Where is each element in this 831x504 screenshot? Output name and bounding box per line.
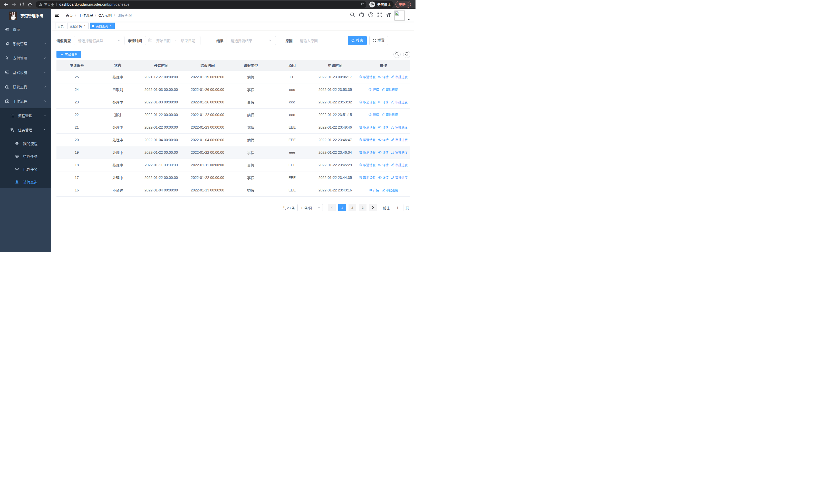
column-header-操作: 操作 bbox=[356, 60, 410, 71]
detail-link[interactable]: 详情 bbox=[369, 188, 379, 192]
navbar-tool-github-icon[interactable] bbox=[357, 9, 366, 22]
tag-首页[interactable]: 首页 bbox=[55, 23, 66, 29]
approval-progress-link[interactable]: 审批进度 bbox=[382, 188, 398, 192]
sidebar-logo[interactable]: 芋道管理系统 bbox=[0, 9, 51, 22]
table-row[interactable]: 18处理中2022-01-11 00:00:002022-01-11 00:00… bbox=[56, 159, 410, 171]
sidebar-item-流程管理[interactable]: 流程管理 bbox=[0, 108, 51, 123]
close-icon[interactable]: × bbox=[83, 24, 86, 28]
table-row[interactable]: 17处理中2022-01-22 00:00:002022-01-22 00:00… bbox=[56, 171, 410, 184]
detail-link[interactable]: 详情 bbox=[369, 112, 379, 117]
sidebar-item-已办任务[interactable]: 已办任务 bbox=[0, 163, 51, 176]
refresh-table-button[interactable] bbox=[403, 51, 410, 58]
cancel-leave-link[interactable]: 取消请假 bbox=[359, 175, 375, 180]
table-row[interactable]: 16不通过2022-01-04 00:00:002022-01-13 00:00… bbox=[56, 184, 410, 197]
pen-icon bbox=[391, 125, 395, 129]
bookmark-star-icon[interactable] bbox=[361, 2, 364, 6]
table-row[interactable]: 24已取消2022-01-03 00:00:002022-01-26 00:00… bbox=[56, 83, 410, 96]
approval-progress-link[interactable]: 审批进度 bbox=[391, 100, 407, 104]
sidebar-toggle-button[interactable] bbox=[51, 9, 63, 22]
cancel-leave-link[interactable]: 取消请假 bbox=[359, 125, 375, 129]
approval-progress-link[interactable]: 审批进度 bbox=[391, 75, 407, 79]
approval-progress-link[interactable]: 审批进度 bbox=[382, 112, 398, 117]
cancel-leave-link[interactable]: 取消请假 bbox=[359, 138, 375, 142]
close-icon[interactable]: × bbox=[109, 24, 112, 28]
detail-link[interactable]: 详情 bbox=[378, 150, 389, 154]
pen-icon bbox=[382, 88, 386, 91]
table-row[interactable]: 20处理中2022-01-04 00:00:002022-01-04 00:00… bbox=[56, 134, 410, 146]
result-select[interactable]: 请选择流结果 bbox=[227, 36, 276, 45]
approval-progress-link[interactable]: 审批进度 bbox=[391, 163, 407, 167]
detail-link[interactable]: 详情 bbox=[378, 163, 389, 167]
table-row[interactable]: 22通过2022-01-22 00:00:002022-01-22 00:00:… bbox=[56, 109, 410, 121]
avatar[interactable] bbox=[395, 10, 405, 21]
detail-link[interactable]: 详情 bbox=[369, 87, 379, 92]
detail-link[interactable]: 详情 bbox=[378, 138, 389, 142]
prev-page-button[interactable] bbox=[328, 204, 336, 211]
cell-end-time: 2022-01-26 00:00:00 bbox=[184, 96, 231, 109]
sidebar-item-系统管理[interactable]: 系统管理 bbox=[0, 36, 51, 51]
detail-link[interactable]: 详情 bbox=[378, 175, 389, 180]
sidebar-item-请假查询[interactable]: 请假查询 bbox=[0, 176, 51, 188]
cancel-leave-link[interactable]: 取消请假 bbox=[359, 150, 375, 154]
jump-page-input[interactable]: 1 bbox=[392, 204, 403, 211]
reset-button[interactable]: 重置 bbox=[369, 36, 388, 45]
table-row[interactable]: 19处理中2022-01-22 00:00:002022-01-22 00:00… bbox=[56, 146, 410, 159]
tag-流程详情[interactable]: 流程详情× bbox=[67, 23, 89, 29]
browser-reload-button[interactable] bbox=[18, 1, 26, 8]
search-button[interactable]: 搜索 bbox=[348, 36, 367, 45]
cell-leave-type: 病假 bbox=[231, 134, 270, 146]
sidebar-item-待办任务[interactable]: 待办任务 bbox=[0, 150, 51, 163]
cell-leave-type: 事假 bbox=[231, 83, 270, 96]
cancel-leave-link[interactable]: 取消请假 bbox=[359, 100, 375, 104]
table-row[interactable]: 21处理中2022-01-22 00:00:002022-01-23 00:00… bbox=[56, 121, 410, 134]
navbar-tool-font-size-icon[interactable] bbox=[384, 9, 394, 22]
address-bar[interactable]: 不安全 dashboard.yudao.iocoder.cn/bpm/oa/le… bbox=[36, 1, 367, 8]
browser-back-button[interactable] bbox=[2, 1, 10, 8]
breadcrumb-item-工作流程[interactable]: 工作流程 bbox=[79, 12, 93, 18]
cancel-leave-link[interactable]: 取消请假 bbox=[359, 163, 375, 167]
navbar-tool-search-icon[interactable] bbox=[348, 9, 357, 22]
browser-menu-icon[interactable] bbox=[407, 2, 408, 7]
approval-progress-link[interactable]: 审批进度 bbox=[391, 125, 407, 129]
detail-link[interactable]: 详情 bbox=[378, 100, 389, 104]
page-number-2[interactable]: 2 bbox=[348, 204, 356, 211]
approval-progress-link[interactable]: 审批进度 bbox=[391, 175, 407, 180]
sidebar-item-支付管理[interactable]: 支付管理 bbox=[0, 51, 51, 65]
next-page-button[interactable] bbox=[369, 204, 377, 211]
create-leave-button[interactable]: 发起请假 bbox=[56, 51, 81, 58]
sidebar-item-我的流程[interactable]: 我的流程 bbox=[0, 137, 51, 150]
reason-input[interactable]: 请输入原因 bbox=[296, 36, 345, 45]
approval-progress-link[interactable]: 审批进度 bbox=[391, 150, 407, 154]
approval-progress-link[interactable]: 审批进度 bbox=[391, 138, 407, 142]
column-header-状态: 状态 bbox=[97, 60, 139, 71]
date-end-input[interactable]: 结束日期 bbox=[178, 38, 198, 43]
leave-type-select[interactable]: 请选择请假类型 bbox=[74, 36, 124, 45]
table-row[interactable]: 25处理中2021-12-27 00:00:002022-01-19 00:00… bbox=[56, 71, 410, 83]
sidebar-item-基础设施[interactable]: 基础设施 bbox=[0, 65, 51, 80]
browser-forward-button[interactable] bbox=[10, 1, 18, 8]
page-size-select[interactable]: 10条/页 bbox=[297, 204, 323, 211]
approval-progress-link[interactable]: 审批进度 bbox=[382, 87, 398, 92]
browser-update-button[interactable]: 更新 bbox=[396, 1, 411, 8]
sidebar-item-首页[interactable]: 首页 bbox=[0, 22, 51, 36]
sidebar-item-任务管理[interactable]: 任务管理 bbox=[0, 123, 51, 137]
browser-home-button[interactable] bbox=[26, 1, 34, 8]
user-avatar-menu[interactable] bbox=[395, 10, 410, 21]
sidebar-item-工作流程[interactable]: 工作流程 bbox=[0, 94, 51, 108]
page-number-1[interactable]: 1 bbox=[338, 204, 346, 211]
security-indicator[interactable]: 不安全 bbox=[39, 2, 54, 7]
show-search-toggle-button[interactable] bbox=[394, 51, 401, 58]
table-row[interactable]: 23处理中2022-01-03 00:00:002022-01-26 00:00… bbox=[56, 96, 410, 109]
navbar-tool-fullscreen-icon[interactable] bbox=[375, 9, 384, 22]
sidebar-item-研发工具[interactable]: 研发工具 bbox=[0, 80, 51, 94]
breadcrumb-item-OA 示例[interactable]: OA 示例 bbox=[98, 12, 112, 18]
tag-请假查询[interactable]: 请假查询× bbox=[90, 23, 115, 29]
navbar-tool-question-icon[interactable] bbox=[366, 9, 375, 22]
detail-link[interactable]: 详情 bbox=[378, 75, 389, 79]
cancel-leave-link[interactable]: 取消请假 bbox=[359, 75, 375, 79]
date-start-input[interactable]: 开始日期 bbox=[154, 38, 173, 43]
page-number-3[interactable]: 3 bbox=[359, 204, 367, 211]
detail-link[interactable]: 详情 bbox=[378, 125, 389, 129]
apply-time-range-picker[interactable]: 开始日期 - 结束日期 bbox=[145, 36, 200, 45]
breadcrumb-item-首页[interactable]: 首页 bbox=[66, 12, 73, 18]
